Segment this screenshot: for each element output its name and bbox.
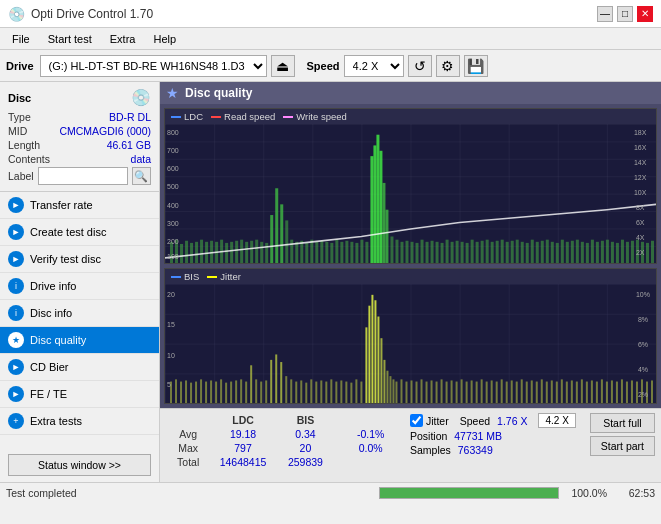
svg-rect-149 — [315, 382, 317, 404]
write-speed-label: Write speed — [296, 111, 347, 122]
svg-rect-192 — [511, 381, 513, 404]
speed-select-stats: 4.2 X — [538, 413, 575, 428]
save-button[interactable]: 💾 — [464, 55, 488, 77]
svg-rect-159 — [365, 328, 367, 404]
svg-rect-87 — [586, 243, 589, 263]
samples-value: 763349 — [458, 444, 493, 456]
cd-bier-icon: ► — [8, 359, 24, 375]
svg-rect-128 — [210, 381, 212, 404]
nav-item-fe-te[interactable]: ► FE / TE — [0, 381, 159, 408]
disc-panel: Disc 💿 Type BD-R DL MID CMCMAGDI6 (000) … — [0, 82, 159, 192]
svg-rect-78 — [541, 241, 544, 263]
svg-rect-214 — [621, 380, 623, 404]
lower-chart-svg: 20 15 10 5 10% 8% 6% 4% 2% — [165, 284, 656, 403]
svg-rect-89 — [596, 242, 599, 263]
refresh-button[interactable]: ↺ — [408, 55, 432, 77]
menu-help[interactable]: Help — [145, 31, 184, 47]
disc-icon: 💿 — [131, 88, 151, 107]
nav-label-drive-info: Drive info — [30, 280, 76, 292]
minimize-button[interactable]: — — [597, 6, 613, 22]
disc-info-icon: i — [8, 305, 24, 321]
svg-rect-138 — [260, 382, 262, 404]
stats-right: Jitter Speed 1.76 X 4.2 X Position 47731… — [402, 409, 584, 482]
svg-rect-27 — [295, 242, 298, 263]
svg-text:800: 800 — [167, 127, 179, 136]
menu-bar: File Start test Extra Help — [0, 28, 661, 50]
svg-rect-43 — [373, 145, 376, 263]
nav-item-drive-info[interactable]: i Drive info — [0, 273, 159, 300]
svg-rect-161 — [371, 295, 373, 403]
svg-rect-72 — [511, 241, 514, 263]
svg-rect-210 — [601, 380, 603, 404]
title-bar: 💿 Opti Drive Control 1.70 — □ ✕ — [0, 0, 661, 28]
eject-button[interactable]: ⏏ — [271, 55, 295, 77]
jitter-checkbox[interactable] — [410, 414, 423, 427]
svg-rect-153 — [335, 382, 337, 404]
content-header: ★ Disc quality — [160, 82, 661, 104]
nav-item-transfer-rate[interactable]: ► Transfer rate — [0, 192, 159, 219]
svg-rect-127 — [205, 382, 207, 404]
maximize-button[interactable]: □ — [617, 6, 633, 22]
svg-rect-19 — [255, 240, 258, 264]
svg-rect-100 — [651, 241, 654, 263]
contents-label: Contents — [8, 153, 50, 165]
svg-rect-46 — [382, 183, 385, 263]
nav-item-extra-tests[interactable]: + Extra tests — [0, 408, 159, 435]
nav-label-fe-te: FE / TE — [30, 388, 67, 400]
svg-rect-193 — [516, 382, 518, 404]
svg-rect-64 — [471, 240, 474, 264]
content-area: ★ Disc quality LDC Read speed — [160, 82, 661, 482]
svg-rect-203 — [566, 382, 568, 404]
start-part-button[interactable]: Start part — [590, 436, 655, 456]
nav-item-disc-quality[interactable]: ★ Disc quality — [0, 327, 159, 354]
svg-rect-174 — [421, 380, 423, 404]
progress-bar — [379, 487, 559, 499]
svg-rect-67 — [486, 240, 489, 264]
svg-rect-129 — [215, 382, 217, 404]
svg-rect-204 — [571, 381, 573, 404]
start-full-button[interactable]: Start full — [590, 413, 655, 433]
svg-rect-4 — [180, 244, 183, 263]
sidebar: Disc 💿 Type BD-R DL MID CMCMAGDI6 (000) … — [0, 82, 160, 482]
svg-rect-179 — [446, 382, 448, 404]
svg-rect-22 — [270, 215, 273, 263]
svg-text:10%: 10% — [636, 290, 651, 299]
label-edit-button[interactable]: 🔍 — [132, 167, 151, 185]
disc-quality-icon: ★ — [8, 332, 24, 348]
svg-text:10: 10 — [167, 351, 175, 360]
drive-select[interactable]: (G:) HL-DT-ST BD-RE WH16NS48 1.D3 — [40, 55, 267, 77]
svg-rect-136 — [250, 366, 252, 404]
menu-extra[interactable]: Extra — [102, 31, 144, 47]
svg-rect-96 — [631, 241, 634, 263]
svg-rect-29 — [305, 243, 308, 263]
length-label: Length — [8, 139, 40, 151]
nav-item-create-test-disc[interactable]: ► Create test disc — [0, 219, 159, 246]
svg-rect-90 — [601, 241, 604, 263]
status-window-button[interactable]: Status window >> — [8, 454, 151, 476]
svg-rect-28 — [300, 241, 303, 263]
menu-start-test[interactable]: Start test — [40, 31, 100, 47]
label-input[interactable] — [38, 167, 128, 185]
svg-rect-143 — [285, 376, 287, 403]
nav-item-disc-info[interactable]: i Disc info — [0, 300, 159, 327]
svg-rect-37 — [345, 241, 348, 263]
svg-rect-202 — [561, 380, 563, 404]
svg-text:2%: 2% — [638, 390, 649, 399]
nav-item-cd-bier[interactable]: ► CD Bier — [0, 354, 159, 381]
svg-rect-156 — [350, 383, 352, 404]
settings-button[interactable]: ⚙ — [436, 55, 460, 77]
bis-color — [171, 276, 181, 278]
svg-rect-154 — [340, 381, 342, 404]
nav-item-verify-test-disc[interactable]: ► Verify test disc — [0, 246, 159, 273]
menu-file[interactable]: File — [4, 31, 38, 47]
svg-rect-54 — [421, 240, 424, 264]
svg-rect-61 — [456, 241, 459, 263]
svg-rect-176 — [431, 381, 433, 404]
svg-rect-66 — [481, 241, 484, 263]
svg-rect-183 — [466, 382, 468, 404]
speed-select[interactable]: 4.2 X — [344, 55, 404, 77]
svg-rect-7 — [195, 242, 198, 263]
close-button[interactable]: ✕ — [637, 6, 653, 22]
svg-rect-155 — [345, 382, 347, 404]
svg-rect-177 — [436, 382, 438, 404]
